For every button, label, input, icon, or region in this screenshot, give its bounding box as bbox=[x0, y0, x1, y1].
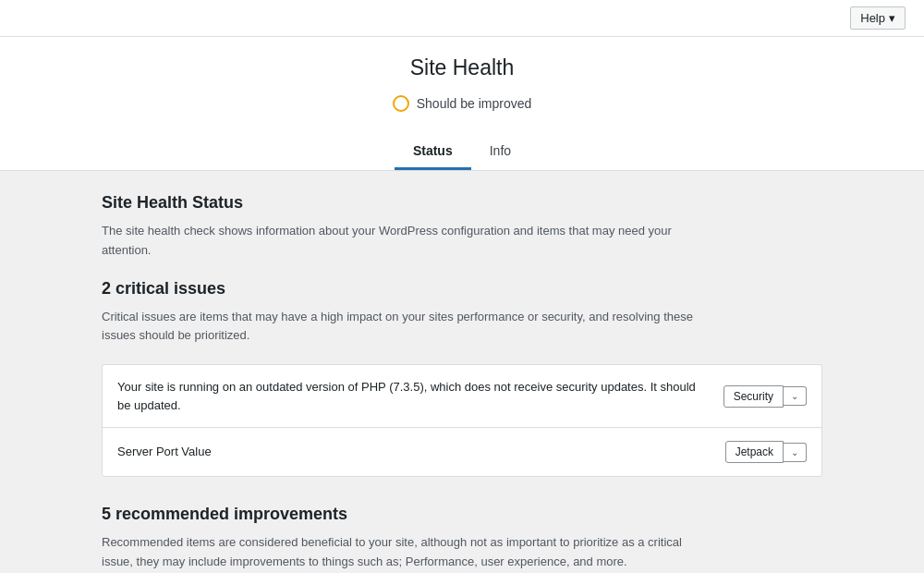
status-section-description: The site health check shows information … bbox=[102, 222, 693, 261]
chevron-down-icon-2: ⌄ bbox=[791, 447, 798, 457]
tabs-nav: Status Info bbox=[18, 134, 906, 170]
status-indicator: Should be improved bbox=[393, 95, 532, 112]
critical-issues-heading: 2 critical issues bbox=[102, 279, 822, 299]
header-section: Site Health Should be improved Status In… bbox=[0, 37, 924, 171]
top-bar: Help ▾ bbox=[0, 0, 924, 37]
page-title: Site Health bbox=[18, 55, 906, 80]
recommended-description: Recommended items are considered benefic… bbox=[102, 533, 693, 572]
status-text: Should be improved bbox=[417, 96, 532, 111]
expand-button-php[interactable]: ⌄ bbox=[784, 386, 807, 406]
status-section: Site Health Status The site health check… bbox=[102, 193, 822, 261]
help-chevron: ▾ bbox=[889, 11, 895, 25]
tag-badge-jetpack: Jetpack bbox=[725, 441, 784, 463]
recommended-heading: 5 recommended improvements bbox=[102, 505, 822, 524]
issue-text-server-port: Server Port Value bbox=[117, 443, 725, 461]
issue-text-php: Your site is running on an outdated vers… bbox=[117, 378, 723, 414]
status-circle-icon bbox=[393, 95, 409, 112]
issue-actions-php: Security ⌄ bbox=[723, 385, 807, 408]
status-section-title: Site Health Status bbox=[102, 193, 822, 213]
help-button[interactable]: Help ▾ bbox=[850, 6, 906, 30]
critical-issues-section: 2 critical issues Critical issues are it… bbox=[102, 279, 822, 478]
help-label: Help bbox=[860, 11, 885, 25]
issue-actions-server-port: Jetpack ⌄ bbox=[725, 441, 807, 463]
tab-info[interactable]: Info bbox=[471, 134, 529, 170]
critical-issues-description: Critical issues are items that may have … bbox=[102, 308, 693, 347]
issue-row-server-port: Server Port Value Jetpack ⌄ bbox=[103, 428, 821, 476]
main-content: Site Health Status The site health check… bbox=[83, 171, 841, 573]
chevron-down-icon: ⌄ bbox=[791, 391, 798, 401]
recommended-section: 5 recommended improvements Recommended i… bbox=[102, 505, 822, 573]
issue-row-php: Your site is running on an outdated vers… bbox=[103, 365, 821, 428]
critical-issues-list: Your site is running on an outdated vers… bbox=[102, 364, 822, 477]
expand-button-server-port[interactable]: ⌄ bbox=[784, 443, 807, 462]
tag-badge-security: Security bbox=[723, 385, 784, 408]
tab-status[interactable]: Status bbox=[395, 134, 471, 170]
